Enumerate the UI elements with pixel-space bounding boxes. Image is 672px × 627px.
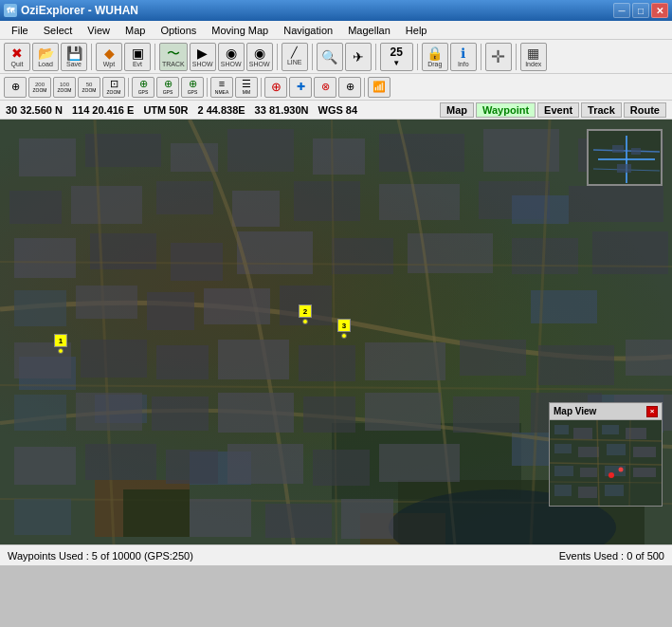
- svg-rect-92: [554, 466, 573, 476]
- menu-select[interactable]: Select: [36, 21, 81, 39]
- map-view-close-button[interactable]: ×: [646, 406, 658, 417]
- nmea-button[interactable]: ≡ NMEA: [210, 77, 233, 98]
- events-used: Events Used : 0 of 500: [559, 550, 664, 562]
- menu-movingmap[interactable]: Moving Map: [204, 21, 276, 39]
- gps-center-button[interactable]: ⊕ GPS: [132, 77, 154, 98]
- longitude: 114 20.416 E: [72, 104, 134, 116]
- zoom200-button[interactable]: 200 ZOOM: [28, 77, 51, 98]
- mm-button[interactable]: ☰ MM: [235, 77, 258, 98]
- gps-track-button[interactable]: ⊕ GPS: [156, 77, 179, 98]
- move-button[interactable]: ✈: [345, 43, 372, 71]
- index-button[interactable]: ▦ Index: [520, 43, 547, 71]
- window-controls[interactable]: ─ □ ✕: [613, 3, 668, 18]
- line-label: LINE: [287, 59, 302, 65]
- waypoint-button[interactable]: ◆ Wpt: [96, 43, 122, 71]
- no-button[interactable]: ⊗: [314, 77, 336, 98]
- circle-button[interactable]: ⊕: [338, 77, 361, 98]
- nav-arrows-icon: ✛: [491, 46, 505, 67]
- menu-options[interactable]: Options: [153, 21, 204, 39]
- route-view-btn[interactable]: Route: [624, 102, 666, 118]
- menu-view[interactable]: View: [80, 21, 118, 39]
- titlebar: 🗺 OziExplorer - WUHAN ─ □ ✕: [0, 0, 672, 21]
- maximize-button[interactable]: □: [632, 3, 649, 18]
- zoom100-label: ZOOM: [58, 87, 72, 93]
- svg-rect-15: [294, 181, 360, 221]
- svg-rect-57: [76, 393, 142, 431]
- minimize-button[interactable]: ─: [613, 3, 630, 18]
- zoom-dropdown-icon[interactable]: ▼: [392, 59, 400, 67]
- gps-nav-button[interactable]: ⊕ GPS: [181, 77, 204, 98]
- zoom50-button[interactable]: 50 ZOOM: [78, 77, 100, 98]
- nav-arrows-button[interactable]: ✛: [485, 43, 512, 71]
- svg-rect-55: [626, 340, 672, 376]
- signal-button[interactable]: 📶: [368, 77, 390, 98]
- svg-rect-93: [580, 468, 597, 477]
- close-button[interactable]: ✕: [651, 3, 668, 18]
- svg-rect-88: [554, 444, 572, 453]
- gps-center-label: GPS: [138, 89, 149, 95]
- nmea-icon: ≡: [219, 79, 225, 89]
- zoomfull-label: ZOOM: [107, 89, 121, 95]
- crosshair-button[interactable]: ⊕: [264, 77, 287, 98]
- gps1-icon: ◉: [226, 46, 237, 60]
- waypoint-2[interactable]: 2: [299, 304, 312, 324]
- event-icon: ▣: [132, 46, 144, 60]
- minimap: [587, 129, 663, 186]
- save-button[interactable]: 💾 Save: [61, 43, 87, 71]
- menu-navigation[interactable]: Navigation: [276, 21, 340, 39]
- line-button[interactable]: ╱ LINE: [282, 43, 308, 71]
- zoom100-button[interactable]: 100 ZOOM: [53, 77, 76, 98]
- svg-rect-95: [633, 468, 656, 477]
- load-icon: 📂: [38, 46, 54, 60]
- zoom-in-button[interactable]: ⊕: [4, 77, 27, 98]
- svg-rect-65: [14, 447, 76, 485]
- zoomfull-button[interactable]: ⊡ ZOOM: [102, 77, 125, 98]
- event-button[interactable]: ▣ Evt: [124, 43, 151, 71]
- separator-8: [516, 44, 517, 70]
- show1-button[interactable]: ▶ SHOW: [190, 43, 216, 71]
- waypoint-1[interactable]: 1: [54, 334, 67, 354]
- gps-nav-label: GPS: [188, 89, 198, 95]
- svg-rect-54: [538, 345, 614, 385]
- menu-map[interactable]: Map: [118, 21, 153, 39]
- map-view-btn[interactable]: Map: [440, 102, 474, 118]
- map-view-content: [550, 420, 662, 506]
- wp-dot-3: [341, 333, 347, 339]
- drag-label: Drag: [427, 61, 442, 67]
- info-button[interactable]: ℹ Info: [450, 43, 477, 71]
- info-icon: ℹ: [461, 46, 465, 60]
- quit-button[interactable]: ✖ Quit: [4, 43, 30, 71]
- drag-button[interactable]: 🔒 Drag: [422, 43, 448, 71]
- event-view-btn[interactable]: Event: [537, 102, 579, 118]
- no-icon: ⊗: [321, 82, 330, 92]
- svg-rect-82: [617, 164, 631, 173]
- mm-icon: ☰: [242, 79, 251, 89]
- wpt-label: Wpt: [103, 61, 115, 67]
- gps1-button[interactable]: ◉ SHOW: [218, 43, 245, 71]
- svg-rect-18: [569, 186, 663, 222]
- map-area[interactable]: 1 2 3 4 5: [0, 120, 672, 544]
- track-button[interactable]: 〜 TRACK: [159, 43, 188, 71]
- svg-rect-11: [9, 191, 62, 224]
- track-view-btn[interactable]: Track: [581, 102, 622, 118]
- wp-box-2: 2: [299, 304, 312, 318]
- svg-rect-91: [633, 447, 656, 457]
- load-button[interactable]: 📂 Load: [32, 43, 59, 71]
- plus-button[interactable]: ✚: [289, 77, 312, 98]
- separator-5: [375, 44, 376, 70]
- waypoint-view-btn[interactable]: Waypoint: [476, 102, 536, 118]
- svg-rect-87: [626, 428, 646, 439]
- svg-rect-8: [379, 134, 464, 172]
- zoom-display[interactable]: 25 ▼: [380, 43, 413, 71]
- waypoint-3[interactable]: 3: [337, 319, 351, 339]
- latitude: 30 32.560 N: [6, 104, 63, 116]
- menu-help[interactable]: Help: [398, 21, 435, 39]
- gps1-label: SHOW: [221, 61, 242, 67]
- search-button[interactable]: 🔍: [317, 43, 343, 71]
- svg-rect-60: [303, 396, 355, 433]
- coordbar: 30 32.560 N 114 20.416 E UTM 50R 2 44.83…: [0, 101, 672, 120]
- gps2-button[interactable]: ◉ SHOW: [246, 43, 273, 71]
- svg-rect-6: [227, 129, 294, 172]
- menu-file[interactable]: File: [4, 21, 36, 39]
- menu-magellan[interactable]: Magellan: [340, 21, 398, 39]
